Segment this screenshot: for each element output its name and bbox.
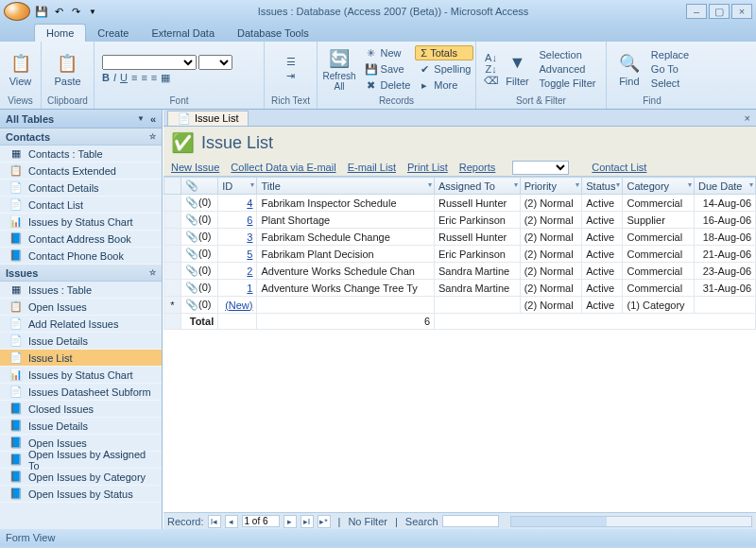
align-center-button[interactable]: ≡ [141,72,146,84]
totals-button[interactable]: Σ Totals [415,45,473,60]
sort-asc-button[interactable]: A↓ [484,52,499,63]
new-record-button[interactable]: ▸* [318,515,331,528]
qat-dropdown-icon[interactable]: ▼ [85,4,100,19]
font-size-select[interactable] [198,55,232,70]
nav-item[interactable]: 📄Add Related Issues [0,316,162,333]
new-issue-link[interactable]: New Issue [171,162,219,173]
paste-button[interactable]: 📋Paste [50,50,84,89]
align-right-button[interactable]: ≡ [151,72,157,84]
nav-group-contacts[interactable]: Contacts☆ [0,128,162,146]
nav-item[interactable]: 📘Open Issues by Category [0,469,162,486]
nav-item[interactable]: 📘Contact Phone Book [0,248,162,265]
sort-desc-button[interactable]: Z↓ [484,63,499,75]
nav-header[interactable]: All Tables ▼ « [0,110,162,128]
undo-icon[interactable]: ↶ [51,4,66,19]
row-selector[interactable] [164,246,181,263]
nav-item[interactable]: ▦Contacts : Table [0,146,162,163]
column-header[interactable]: Due Date▾ [694,178,755,195]
contact-list-link[interactable]: Contact List [592,162,646,173]
table-row[interactable]: 📎(0)2Adventure Works Schedule ChanSandra… [164,263,756,280]
filter-indicator[interactable]: No Filter [348,516,387,527]
column-header[interactable]: Priority▾ [520,178,582,195]
gridlines-button[interactable]: ▦ [161,72,170,84]
nav-item[interactable]: 📊Issues by Status Chart [0,367,162,384]
table-row[interactable]: 📎(0)4Fabrikam Inspector ScheduleRussell … [164,195,756,212]
email-list-link[interactable]: E-mail List [348,162,396,173]
nav-group-issues[interactable]: Issues☆ [0,265,162,282]
tab-issue-list[interactable]: 📄 Issue List [167,111,249,126]
next-record-button[interactable]: ▸ [284,515,297,528]
collect-data-link[interactable]: Collect Data via E-mail [231,162,335,173]
align-left-button[interactable]: ≡ [131,72,137,84]
nav-item[interactable]: 📄Issue List [0,350,162,367]
nav-item[interactable]: 📘Contact Address Book [0,231,162,248]
table-row[interactable]: 📎(0)6Plant ShortageEric Parkinson(2) Nor… [164,212,756,229]
row-selector[interactable] [164,229,181,246]
row-selector[interactable] [164,280,181,297]
search-input[interactable] [442,515,499,527]
find-button[interactable]: 🔍Find [612,50,646,89]
ribbon-tab-database-tools[interactable]: Database Tools [226,25,320,42]
save-record-button[interactable]: 💾Save [362,61,414,77]
delete-button[interactable]: ✖Delete [362,77,414,93]
save-icon[interactable]: 💾 [34,4,49,19]
reports-link[interactable]: Reports [459,162,496,173]
spelling-button[interactable]: ✔Spelling [415,61,473,77]
close-tab-button[interactable]: × [739,112,756,124]
nav-item[interactable]: 📄Issues Datasheet Subform [0,384,162,401]
nav-item[interactable]: 📘Open Issues by Status [0,486,162,503]
filter-button[interactable]: ▼Filter [501,50,535,89]
nav-item[interactable]: 📘Open Issues by Assigned To [0,452,162,469]
ribbon-tab-home[interactable]: Home [34,24,86,42]
nav-item[interactable]: 📋Contacts Extended [0,163,162,180]
attachment-column[interactable]: 📎 [181,178,218,195]
print-list-link[interactable]: Print List [407,162,448,173]
minimize-button[interactable]: – [686,4,707,19]
column-header[interactable]: ID▾ [218,178,257,195]
nav-item[interactable]: 📘Issue Details [0,418,162,435]
bold-button[interactable]: B [102,72,110,84]
row-selector[interactable] [164,212,181,229]
datasheet[interactable]: 📎ID▾Title▾Assigned To▾Priority▾Status▾Ca… [163,176,756,512]
nav-item[interactable]: 📊Issues by Status Chart [0,214,162,231]
nav-item[interactable]: 📋Open Issues [0,299,162,316]
horizontal-scrollbar[interactable] [510,516,752,527]
underline-button[interactable]: U [120,72,128,84]
italic-button[interactable]: I [113,72,116,84]
advanced-button[interactable]: Advanced [537,62,599,76]
ribbon-tab-external-data[interactable]: External Data [140,25,226,42]
more-button[interactable]: ▸More [415,77,473,93]
nav-item[interactable]: ▦Issues : Table [0,282,162,299]
maximize-button[interactable]: ▢ [709,4,730,19]
ribbon-tab-create[interactable]: Create [86,25,140,42]
row-selector[interactable]: * [164,297,181,314]
bullets-button[interactable]: ☰ [286,56,296,68]
last-record-button[interactable]: ▸I [301,515,314,528]
font-family-select[interactable] [102,55,197,70]
office-button[interactable] [4,2,30,21]
new-button[interactable]: ✳New [362,45,414,60]
column-header[interactable]: Status▾ [582,178,623,195]
close-button[interactable]: × [731,4,752,19]
row-selector-header[interactable] [164,178,181,195]
row-selector[interactable] [164,263,181,280]
replace-button[interactable]: Replace [648,48,692,61]
table-row[interactable]: *📎(0)(New)(2) NormalActive(1) Category [164,297,756,314]
prev-record-button[interactable]: ◂ [225,515,238,528]
nav-item[interactable]: 📄Contact List [0,197,162,214]
nav-collapse-icon[interactable]: « [150,113,156,125]
record-position[interactable] [242,515,280,527]
nav-item[interactable]: 📄Issue Details [0,333,162,350]
redo-icon[interactable]: ↷ [68,4,83,19]
first-record-button[interactable]: I◂ [208,515,221,528]
column-header[interactable]: Title▾ [257,178,435,195]
column-header[interactable]: Assigned To▾ [435,178,521,195]
column-header[interactable]: Category▾ [623,178,694,195]
goto-button[interactable]: Go To [648,62,692,76]
view-button[interactable]: 📋View [4,50,38,89]
nav-item[interactable]: 📘Closed Issues [0,401,162,418]
row-selector[interactable] [164,195,181,212]
select-button[interactable]: Select [648,77,692,90]
reports-combo[interactable] [512,161,569,175]
clear-sort-button[interactable]: ⌫ [484,75,499,87]
